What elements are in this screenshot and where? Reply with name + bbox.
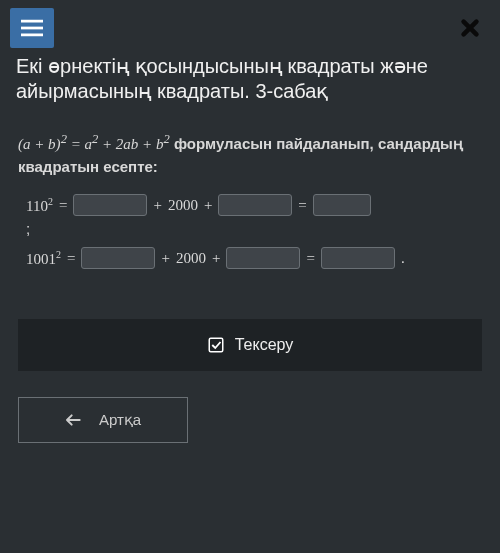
- eq1-plus2: +: [204, 197, 212, 214]
- header-bar: [0, 0, 500, 52]
- eq1-middle: 2000: [168, 197, 198, 214]
- instruction-text: (a + b)2 = a2 + 2ab + b2 формуласын пайд…: [18, 130, 482, 178]
- eq1-equals2: =: [298, 197, 306, 214]
- eq2-equals: =: [67, 250, 75, 267]
- menu-icon: [21, 19, 43, 37]
- check-button[interactable]: Тексеру: [18, 319, 482, 371]
- eq2-blank3[interactable]: [321, 247, 395, 269]
- page-title: Екі өрнектің қосындысының квадраты және …: [0, 52, 500, 114]
- eq2-blank2[interactable]: [226, 247, 300, 269]
- eq2-plus2: +: [212, 250, 220, 267]
- content-area: (a + b)2 = a2 + 2ab + b2 формуласын пайд…: [0, 114, 500, 293]
- back-button[interactable]: Артқа: [18, 397, 188, 443]
- eq2-terminator: .: [401, 250, 405, 267]
- formula-sup3: 2: [164, 132, 170, 146]
- menu-button[interactable]: [10, 8, 54, 48]
- eq2-plus1: +: [161, 250, 169, 267]
- eq1-terminator: ;: [18, 220, 482, 237]
- formula-mid: + 2ab + b: [98, 136, 163, 152]
- svg-rect-2: [21, 34, 43, 37]
- eq1-base: 1102: [26, 196, 53, 215]
- check-label: Тексеру: [235, 336, 294, 354]
- eq1-blank3[interactable]: [313, 194, 371, 216]
- eq2-equals2: =: [306, 250, 314, 267]
- eq2-blank1[interactable]: [81, 247, 155, 269]
- eq2-base: 10012: [26, 249, 61, 268]
- equation-2: 10012 = + 2000 + = .: [18, 247, 482, 269]
- check-icon: [207, 336, 225, 354]
- eq1-blank1[interactable]: [73, 194, 147, 216]
- back-label: Артқа: [99, 411, 141, 429]
- eq1-equals: =: [59, 197, 67, 214]
- equation-1: 1102 = + 2000 + =: [18, 194, 482, 216]
- close-icon: [459, 17, 481, 39]
- svg-rect-3: [209, 338, 223, 352]
- formula-lhs: (a + b): [18, 136, 61, 152]
- eq1-plus1: +: [153, 197, 161, 214]
- svg-rect-0: [21, 20, 43, 23]
- svg-rect-1: [21, 27, 43, 30]
- eq2-middle: 2000: [176, 250, 206, 267]
- eq1-blank2[interactable]: [218, 194, 292, 216]
- arrow-left-icon: [65, 413, 81, 427]
- formula-eq: = a: [67, 136, 92, 152]
- close-button[interactable]: [450, 8, 490, 48]
